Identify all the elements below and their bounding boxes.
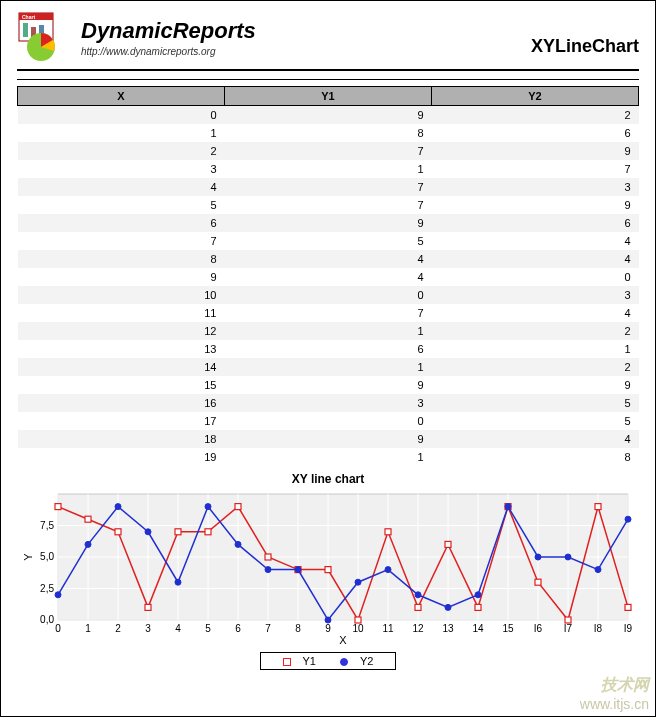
svg-point-87 [385, 566, 391, 572]
svg-text:2: 2 [115, 623, 121, 634]
legend-label-y2: Y2 [360, 655, 373, 667]
svg-point-89 [445, 604, 451, 610]
cell-y2: 1 [432, 340, 639, 358]
svg-text:8: 8 [295, 623, 301, 634]
table-row: 940 [18, 268, 639, 286]
cell-y1: 8 [225, 124, 432, 142]
svg-point-77 [85, 541, 91, 547]
svg-text:7: 7 [265, 623, 271, 634]
cell-x: 5 [18, 196, 225, 214]
table-row: 279 [18, 142, 639, 160]
cell-x: 0 [18, 106, 225, 124]
cell-y2: 4 [432, 304, 639, 322]
cell-x: 18 [18, 430, 225, 448]
svg-text:9: 9 [325, 623, 331, 634]
table-row: 1599 [18, 376, 639, 394]
svg-rect-69 [445, 541, 451, 547]
svg-rect-74 [595, 503, 601, 509]
cell-y1: 7 [225, 196, 432, 214]
svg-text:0,0: 0,0 [40, 614, 54, 625]
cell-y2: 9 [432, 142, 639, 160]
svg-rect-75 [625, 604, 631, 610]
svg-point-82 [235, 541, 241, 547]
svg-rect-58 [115, 528, 121, 534]
cell-x: 9 [18, 268, 225, 286]
table-row: 317 [18, 160, 639, 178]
cell-y1: 4 [225, 250, 432, 268]
xy-line-chart: 0,02,55,07,50123456789101112131415I6I7I8… [20, 488, 636, 648]
watermark-line2: www.itjs.cn [580, 696, 649, 712]
table-row: 1003 [18, 286, 639, 304]
svg-rect-59 [145, 604, 151, 610]
svg-point-93 [565, 554, 571, 560]
svg-rect-56 [55, 503, 61, 509]
cell-y1: 3 [225, 394, 432, 412]
cell-y1: 5 [225, 232, 432, 250]
cell-x: 16 [18, 394, 225, 412]
svg-text:I8: I8 [594, 623, 603, 634]
watermark: 技术网 www.itjs.cn [580, 675, 649, 712]
svg-rect-72 [535, 579, 541, 585]
cell-x: 17 [18, 412, 225, 430]
table-row: 186 [18, 124, 639, 142]
svg-text:1: 1 [85, 623, 91, 634]
col-y2: Y2 [432, 87, 639, 106]
logo-icon: Chart [17, 11, 73, 63]
col-y1: Y1 [225, 87, 432, 106]
cell-y2: 3 [432, 178, 639, 196]
cell-y1: 9 [225, 430, 432, 448]
svg-text:4: 4 [175, 623, 181, 634]
brand-url: http://www.dynamicreports.org [81, 46, 531, 57]
table-row: 092 [18, 106, 639, 124]
cell-x: 6 [18, 214, 225, 232]
data-table: X Y1 Y2 09218627931747357969675484494010… [17, 86, 639, 466]
cell-y2: 6 [432, 124, 639, 142]
svg-point-90 [475, 591, 481, 597]
svg-point-95 [625, 516, 631, 522]
svg-text:11: 11 [382, 623, 394, 634]
svg-text:Chart: Chart [22, 14, 35, 20]
cell-y2: 9 [432, 376, 639, 394]
cell-y2: 5 [432, 412, 639, 430]
chart-title: XY line chart [17, 472, 639, 486]
svg-point-92 [535, 554, 541, 560]
svg-point-83 [265, 566, 271, 572]
cell-y1: 1 [225, 322, 432, 340]
svg-text:15: 15 [502, 623, 514, 634]
cell-y2: 6 [432, 214, 639, 232]
table-row: 1894 [18, 430, 639, 448]
svg-rect-68 [415, 604, 421, 610]
svg-text:6: 6 [235, 623, 241, 634]
cell-y1: 4 [225, 268, 432, 286]
table-row: 1361 [18, 340, 639, 358]
cell-y1: 1 [225, 358, 432, 376]
svg-text:7,5: 7,5 [40, 519, 54, 530]
table-row: 844 [18, 250, 639, 268]
cell-x: 19 [18, 448, 225, 466]
cell-y2: 7 [432, 160, 639, 178]
svg-text:Y: Y [22, 552, 34, 560]
svg-point-79 [145, 528, 151, 534]
cell-y1: 7 [225, 178, 432, 196]
cell-y1: 7 [225, 142, 432, 160]
cell-x: 14 [18, 358, 225, 376]
table-row: 1705 [18, 412, 639, 430]
svg-rect-65 [325, 566, 331, 572]
svg-rect-57 [85, 516, 91, 522]
cell-x: 8 [18, 250, 225, 268]
svg-text:3: 3 [145, 623, 151, 634]
cell-y1: 0 [225, 286, 432, 304]
table-row: 1635 [18, 394, 639, 412]
svg-rect-60 [175, 528, 181, 534]
table-row: 754 [18, 232, 639, 250]
svg-rect-61 [205, 528, 211, 534]
cell-y2: 8 [432, 448, 639, 466]
cell-x: 10 [18, 286, 225, 304]
table-row: 696 [18, 214, 639, 232]
table-row: 473 [18, 178, 639, 196]
page-title: XYLineChart [531, 36, 639, 57]
table-row: 1412 [18, 358, 639, 376]
cell-y2: 2 [432, 322, 639, 340]
svg-text:I6: I6 [534, 623, 543, 634]
cell-y2: 4 [432, 250, 639, 268]
